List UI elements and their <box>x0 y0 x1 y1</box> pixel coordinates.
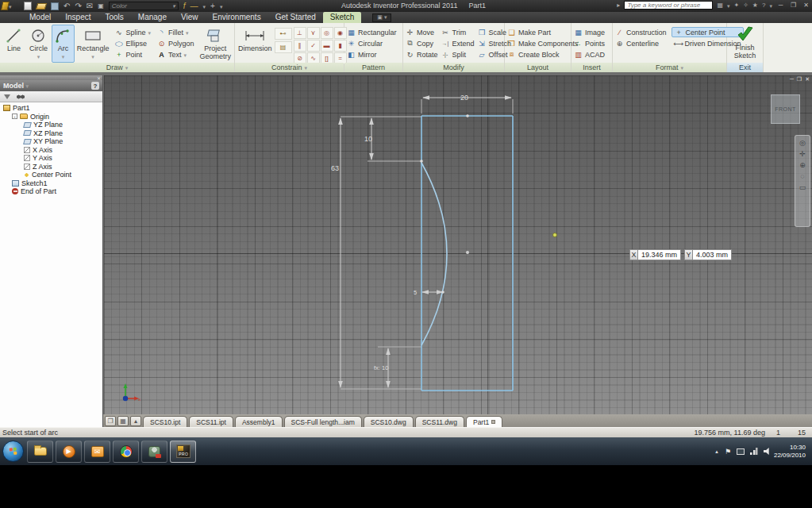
origin-point-dot[interactable] <box>466 251 469 254</box>
start-button[interactable] <box>2 441 24 462</box>
redo-icon[interactable]: ↷ <box>75 1 81 11</box>
text-button[interactable]: AText <box>157 49 194 60</box>
constraint-parallel-button[interactable]: ∥ <box>294 40 306 52</box>
point-button[interactable]: +Point <box>114 49 151 60</box>
search-expand-icon[interactable]: ▸ <box>617 2 620 9</box>
dim-top-width-label[interactable]: 20 <box>460 94 468 102</box>
constraint-concentric-button[interactable]: ◎ <box>321 27 333 39</box>
panel-label-layout[interactable]: Layout <box>505 63 571 72</box>
linetype-icon[interactable]: — <box>190 1 198 11</box>
extend-button[interactable]: →|Extend <box>441 38 475 48</box>
qat-customize-chevron-icon[interactable] <box>220 2 223 10</box>
steering-wheel-icon[interactable]: ◎ <box>799 139 806 147</box>
coordinate-x-input[interactable]: 19.346 mm <box>638 249 681 260</box>
fillet-button[interactable]: ◝Fillet <box>157 27 194 37</box>
rectangular-pattern-button[interactable]: ▦Rectangular <box>347 27 397 37</box>
finish-sketch-button[interactable]: Finish Sketch <box>730 25 760 63</box>
collapse-icon[interactable]: - <box>12 114 17 119</box>
coordinate-y-input[interactable]: 4.003 mm <box>693 249 732 260</box>
rectangle-button[interactable]: Rectangle <box>76 25 110 63</box>
tab-get-started[interactable]: Get Started <box>268 12 323 23</box>
taskbar-chrome-button[interactable] <box>113 441 139 463</box>
doc-tab-scs11-ipt[interactable]: SCS11.ipt <box>189 416 233 427</box>
panel-label-format[interactable]: Format <box>613 63 726 72</box>
crosshair-icon[interactable]: + <box>210 1 215 11</box>
restore-button[interactable]: ❐ <box>789 2 798 9</box>
search-scope-icon[interactable]: ▦ <box>717 2 723 9</box>
vertex-dot[interactable] <box>420 160 423 163</box>
zoom-icon[interactable]: ⊕ <box>799 161 806 169</box>
help-icon[interactable]: ? <box>762 2 765 9</box>
chevron-down-icon[interactable] <box>727 2 730 10</box>
ellipse-button[interactable]: ◯Ellipse <box>114 38 151 48</box>
taskbar-media-player-button[interactable]: ▶ <box>56 441 82 463</box>
taskbar-contacts-button[interactable] <box>141 441 167 463</box>
tab-environments[interactable]: Environments <box>206 12 268 23</box>
tab-inspect[interactable]: Inspect <box>58 12 98 23</box>
filter-icon[interactable] <box>4 94 10 99</box>
doc-tab-part1[interactable]: Part1 <box>466 416 502 427</box>
dimension-button[interactable]: Dimension <box>237 25 273 63</box>
search-input[interactable] <box>624 1 713 10</box>
tree-item-end-of-part[interactable]: End of Part <box>0 187 102 196</box>
tree-item-x-axis[interactable]: X Axis <box>0 146 102 155</box>
panel-label-exit[interactable]: Exit <box>727 63 763 72</box>
doc-tab-scs10-dwg[interactable]: SCS10.dwg <box>364 416 414 427</box>
browser-help-icon[interactable]: ? <box>91 82 99 90</box>
dim-arc-width-label[interactable]: 5 <box>414 289 417 296</box>
pan-icon[interactable]: ✛ <box>799 150 806 158</box>
undo-icon[interactable]: ↶ <box>63 1 70 11</box>
rotate-button[interactable]: ↻Rotate <box>406 49 438 60</box>
tree-item-xz-plane[interactable]: XZ Plane <box>0 129 102 138</box>
cursor-point-dot[interactable] <box>553 233 557 237</box>
find-icon[interactable] <box>17 94 25 99</box>
ribbon-appearance-button[interactable]: ▣ <box>372 13 391 22</box>
panel-label-draw[interactable]: Draw <box>0 63 234 72</box>
favorites-icon[interactable]: ★ <box>752 2 758 9</box>
move-button[interactable]: ✛Move <box>406 27 438 37</box>
auto-dimension-button[interactable]: ⊷ <box>275 28 292 40</box>
browser-close-icon[interactable]: ✕ <box>97 75 101 81</box>
screenshot-icon[interactable]: ▣ <box>98 1 104 11</box>
spline-button[interactable]: ∿Spline <box>114 27 151 37</box>
tree-item-yz-plane[interactable]: YZ Plane <box>0 121 102 129</box>
trim-button[interactable]: ✂Trim <box>441 27 475 37</box>
taskbar-inventor-button[interactable]: PRO <box>170 441 196 463</box>
construction-button[interactable]: ∕Construction <box>615 27 667 37</box>
doc-tab-scs-full-length[interactable]: SCS-Full length...iam <box>284 416 362 427</box>
color-dropdown[interactable]: Color <box>109 2 179 10</box>
new-document-icon[interactable] <box>24 2 32 10</box>
tree-item-z-axis[interactable]: Z Axis <box>0 163 102 171</box>
polygon-button[interactable]: ⊙Polygon <box>157 38 194 48</box>
chevron-down-icon[interactable] <box>769 2 772 10</box>
constraint-collinear-button[interactable]: ✓ <box>307 40 320 52</box>
show-constraints-button[interactable]: ▤ <box>275 41 292 53</box>
doc-minimize-button[interactable]: ─ <box>790 76 794 83</box>
taskbar-outlook-button[interactable]: ✉ <box>84 441 110 463</box>
tab-model[interactable]: Model <box>22 12 58 23</box>
cascade-windows-button[interactable]: ❐ <box>105 416 116 426</box>
tab-view[interactable]: View <box>174 12 206 23</box>
subscription-icon[interactable]: ✦ <box>733 2 739 9</box>
arc-button[interactable]: Arc <box>52 25 75 63</box>
doc-restore-button[interactable]: ❐ <box>797 76 802 83</box>
tray-expand-icon[interactable]: ▲ <box>714 449 719 454</box>
make-components-button[interactable]: ❒Make Components <box>507 38 579 48</box>
doc-tab-scs11-dwg[interactable]: SCS11.dwg <box>415 416 464 427</box>
tree-item-part1[interactable]: Part1 <box>0 104 102 113</box>
make-part-button[interactable]: ❑Make Part <box>507 27 579 37</box>
tab-manage[interactable]: Manage <box>131 12 174 23</box>
arc-point-dot[interactable] <box>441 291 444 294</box>
view-cube[interactable]: FRONT <box>771 94 800 124</box>
panel-label-insert[interactable]: Insert <box>571 63 612 72</box>
app-menu-button[interactable] <box>2 1 17 11</box>
tab-expand-button[interactable]: ▴ <box>130 416 141 426</box>
circle-button[interactable]: Circle <box>27 25 50 63</box>
tree-item-origin[interactable]: -Origin <box>0 113 102 121</box>
tile-windows-button[interactable]: ▦ <box>117 416 129 426</box>
doc-tab-scs10-ipt[interactable]: SCS10.ipt <box>143 416 187 427</box>
copy-button[interactable]: ⧉Copy <box>406 38 438 48</box>
image-button[interactable]: ▦Image <box>574 27 605 37</box>
dim-bottom-height-label[interactable]: fx: 10 <box>374 364 388 371</box>
export-icon[interactable]: ✉ <box>87 1 93 11</box>
